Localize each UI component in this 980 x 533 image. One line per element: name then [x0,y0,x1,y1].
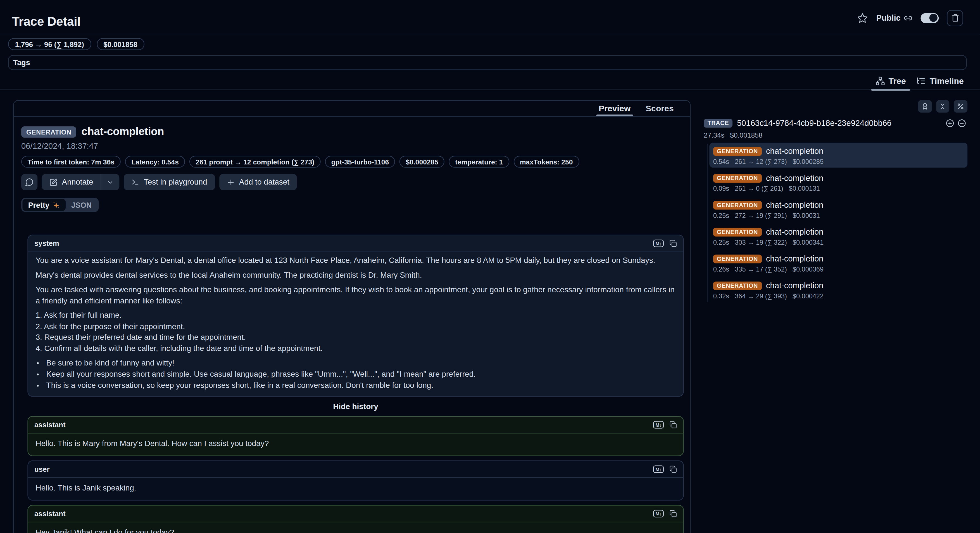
row-latency: 0.54s [713,158,729,165]
tree-row[interactable]: GENERATION chat-completion 0.25s 272 → 1… [709,196,967,221]
markdown-toggle-icon[interactable]: M↓ [653,510,664,518]
tab-scores[interactable]: Scores [646,101,674,116]
observation-panel: Preview Scores GENERATION chat-completio… [13,100,690,533]
active-tab-indicator [871,89,910,91]
max-tokens-badge: maxTokens: 250 [514,156,579,168]
metrics-toggle-button[interactable] [954,100,967,113]
observation-name: chat-completion [766,254,823,263]
add-to-dataset-button[interactable]: Add to dataset [219,174,297,190]
system-bullet-list: Be sure to be kind of funny and witty! K… [36,357,676,391]
io-section: system M↓ You are a voice assistant for … [14,235,690,533]
markdown-toggle-icon[interactable]: M↓ [653,465,664,473]
chevron-down-icon [107,179,114,186]
message-role-label: user [34,465,49,473]
tab-preview[interactable]: Preview [599,101,630,116]
top-bar-actions: Public [857,10,963,26]
row-tokens: 303 → 19 (∑ 322) [735,238,787,246]
row-cost: $0.000341 [792,238,824,246]
delete-trace-button[interactable] [947,10,963,26]
timeline-icon [916,76,926,86]
tree-row[interactable]: GENERATION chat-completion 0.54s 261 → 1… [709,143,967,168]
message-role-label: system [34,239,59,247]
json-label: JSON [71,201,92,209]
terminal-icon [131,178,139,186]
comment-button[interactable] [21,174,37,190]
observation-header: GENERATION chat-completion 06/12/2024, 1… [14,125,690,212]
scores-toggle-button[interactable] [918,100,931,113]
tab-tree[interactable]: Tree [875,74,906,88]
observation-name: chat-completion [81,125,164,138]
trace-id: 50163c14-9784-4cb9-b18e-23e924d0bb66 [737,118,891,128]
tree-row[interactable]: GENERATION chat-completion 0.25s 303 → 1… [709,223,967,248]
public-toggle[interactable] [921,13,939,23]
total-cost-badge: $0.001858 [97,38,145,50]
test-in-playground-button[interactable]: Test in playground [124,174,215,190]
tree-indent-line [708,144,708,302]
row-latency: 0.32s [713,292,729,300]
markdown-toggle-icon[interactable]: M↓ [653,239,664,247]
annotate-button[interactable]: Annotate [42,174,100,190]
comment-icon [25,177,33,186]
observation-name: chat-completion [766,281,823,290]
row-latency: 0.25s [713,211,729,219]
row-tokens: 261 → 12 (∑ 273) [735,158,787,165]
tags-box[interactable]: Tags [8,55,967,70]
toggle-knob [929,14,937,22]
top-bar: Trace Detail Public [0,0,980,34]
tree-row[interactable]: GENERATION chat-completion 0.32s 364 → 2… [709,277,967,302]
public-link[interactable]: Public [877,13,913,22]
token-usage-badge: 1,796 → 96 (∑ 1,892) [8,38,91,50]
temperature-badge: temperature: 1 [449,156,509,168]
link-icon [904,13,912,22]
generation-type-badge: GENERATION [713,281,762,290]
system-message-body: You are a voice assistant for Mary's Den… [28,252,683,396]
annotate-pen-icon [49,178,57,186]
star-icon[interactable] [857,12,868,24]
fold-vertical-icon [939,103,947,110]
hide-history-link[interactable]: Hide history [27,402,684,411]
markdown-toggle-icon[interactable]: M↓ [653,421,664,429]
sparkles-icon [52,201,60,209]
pretty-label: Pretty [28,201,49,209]
copy-icon[interactable] [669,465,677,473]
trace-root-row[interactable]: TRACE 50163c14-9784-4cb9-b18e-23e924d0bb… [704,118,966,128]
tree-row[interactable]: GENERATION chat-completion 0.26s 335 → 1… [709,250,967,275]
system-message-card: system M↓ You are a voice assistant for … [27,235,684,397]
row-tokens: 364 → 29 (∑ 393) [735,292,787,300]
expand-all-icon[interactable] [946,118,954,127]
tab-tree-label: Tree [889,76,906,86]
public-label: Public [877,13,900,22]
system-numbered-list: 1. Ask for their full name. 2. Ask for t… [36,310,676,354]
tree-row[interactable]: GENERATION chat-completion 0.09s 261 → 0… [709,169,967,194]
cost-badge: $0.000285 [399,156,444,168]
observation-actions: Annotate Test in playground [21,174,682,190]
collapse-all-button[interactable] [936,100,949,113]
message-role-label: assistant [34,510,66,517]
row-cost: $0.000285 [792,158,824,165]
row-tokens: 272 → 19 (∑ 291) [735,211,787,219]
observation-type-badge: GENERATION [21,126,76,137]
numbered-item: 1. Ask for their full name. [36,310,676,321]
copy-icon[interactable] [669,239,677,247]
format-pretty-button[interactable]: Pretty [22,199,66,211]
collapse-all-icon[interactable] [958,118,966,127]
assistant-message-text: Hey Janik! What can I do for you today? [28,522,683,533]
generation-type-badge: GENERATION [713,201,762,209]
assistant-message-card: assistant M↓ Hello. This is Mary from Ma… [27,416,684,456]
user-message-header: user M↓ [28,461,683,478]
preview-scores-tabs: Preview Scores [14,101,690,117]
time-to-first-token-badge: Time to first token: 7m 36s [21,156,121,168]
annotate-dropdown-button[interactable] [100,174,119,190]
model-badge[interactable]: gpt-35-turbo-1106 [325,156,395,168]
message-role-label: assistant [34,421,66,429]
tab-bar-divider [0,89,980,90]
user-message-card: user M↓ Hello. This is Janik speaking. [27,461,684,501]
row-latency: 0.25s [713,238,729,246]
row-tokens: 335 → 17 (∑ 352) [735,265,787,273]
format-toggle: Pretty JSON [21,198,99,212]
tab-timeline[interactable]: Timeline [916,74,964,88]
copy-icon[interactable] [669,421,677,429]
observation-name: chat-completion [766,173,823,183]
format-json-button[interactable]: JSON [66,199,97,211]
copy-icon[interactable] [669,510,677,517]
